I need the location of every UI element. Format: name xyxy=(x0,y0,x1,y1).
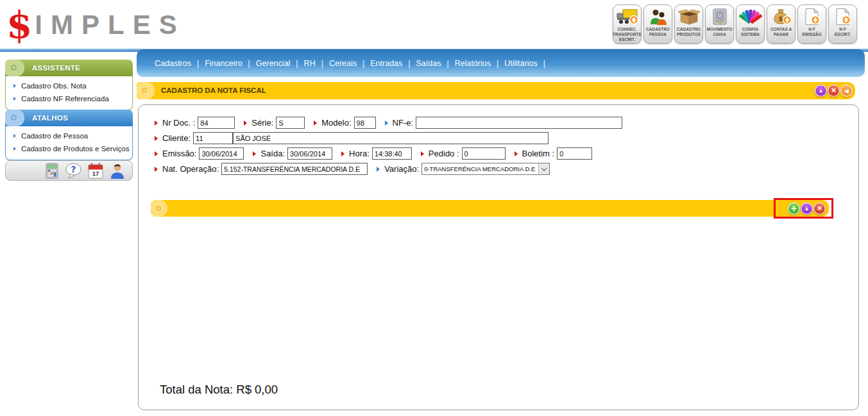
menu-separator: | xyxy=(197,59,199,68)
up-arrow-icon: ▲ xyxy=(804,206,810,212)
nr-doc-label: Nr Doc. : xyxy=(162,118,195,128)
delete-item-button[interactable]: × xyxy=(813,203,826,215)
toolbar-button-nf-emissao[interactable]: N F EMISSÃO xyxy=(797,4,826,44)
emissao-input[interactable] xyxy=(199,147,244,160)
sidebar-item-label: Cadastro de Produtos e Serviços xyxy=(21,145,130,153)
close-button[interactable]: × xyxy=(828,85,840,97)
document-download-icon xyxy=(801,6,823,26)
truck-upload-icon xyxy=(615,6,640,26)
assistente-panel-header: ASSISTENTE xyxy=(5,60,133,76)
form-row-3: Emissão: Saída: Hora: Pedido : Boletim : xyxy=(155,147,592,160)
bullet-arrow-icon xyxy=(13,84,16,88)
toolbar-button-nf-escrit[interactable]: N F ESCRIT. xyxy=(828,4,857,44)
serie-label: Série: xyxy=(251,118,273,128)
cliente-label: Cliente: xyxy=(162,133,191,143)
svg-text:17: 17 xyxy=(92,170,99,177)
required-arrow-icon xyxy=(155,167,158,172)
panel-ring-icon xyxy=(11,115,17,121)
toolbar-button-label: CADASTRO PRODUTOS xyxy=(677,27,701,37)
serie-input[interactable] xyxy=(276,117,305,129)
toolbar-button-contas-a-pagar[interactable]: $ CONTAS A PAGAR xyxy=(767,4,796,44)
toolbar-button-cadastro-pessoa[interactable]: CADASTRO PESSOA xyxy=(643,4,672,44)
form-row-1: Nr Doc. : Série: Modelo: NF-e: xyxy=(155,117,622,129)
total-da-nota: Total da Nota: R$ 0,00 xyxy=(160,383,278,397)
quick-icon-bar: ? 17 xyxy=(5,160,133,181)
collapse-items-button[interactable]: ▲ xyxy=(801,203,813,215)
required-arrow-icon xyxy=(155,136,158,141)
boletim-input[interactable] xyxy=(557,147,592,160)
menu-item-gerencial[interactable]: Gerencial xyxy=(256,59,291,68)
bullet-arrow-icon xyxy=(13,147,16,151)
nfe-input[interactable] xyxy=(416,117,622,129)
cliente-name-input[interactable] xyxy=(233,132,549,144)
required-arrow-icon xyxy=(155,151,158,156)
menu-item-financeiro[interactable]: Financeiro xyxy=(205,59,242,68)
calculator-button[interactable] xyxy=(43,162,60,179)
calendar-button[interactable]: 17 xyxy=(87,162,104,179)
items-section-bar xyxy=(151,200,829,217)
atalhos-panel-header: ATALHOS xyxy=(5,110,133,126)
required-arrow-icon xyxy=(314,121,317,126)
sidebar-item-cadastro-produtos-servicos[interactable]: Cadastro de Produtos e Serviços xyxy=(6,142,132,155)
people-icon xyxy=(647,6,670,26)
pedido-input[interactable] xyxy=(462,147,506,160)
close-icon: × xyxy=(831,85,837,95)
nr-doc-input[interactable] xyxy=(198,117,235,129)
collapse-button[interactable]: ▲ xyxy=(815,85,827,97)
hora-label: Hora: xyxy=(349,149,370,158)
bar-ring-icon xyxy=(142,88,147,93)
form-row-4: Nat. Operação: Variação: 0-TRANSFERÊNCIA… xyxy=(155,163,550,175)
menu-separator: | xyxy=(497,59,498,68)
toolbar-button-movimento-caixa[interactable]: MOVIMENTO CAIXA xyxy=(705,4,734,44)
cliente-code-input[interactable] xyxy=(193,132,233,144)
sidebar-item-cadastro-nf-referenciada[interactable]: Cadastro NF Referenciada xyxy=(6,92,132,105)
section-title: CADASTRO DA NOTA FISCAL xyxy=(161,87,266,94)
help-button[interactable]: ? xyxy=(65,162,82,179)
toolbar-button-conhec-transporte[interactable]: CONHEC. TRANSPORTE ESCRIT. xyxy=(613,4,642,44)
assistente-panel-title: ASSISTENTE xyxy=(32,64,80,72)
toolbar-button-cadastro-produtos[interactable]: CADASTRO PRODUTOS xyxy=(674,4,703,44)
toolbar-button-config-sistema[interactable]: CONFIG SISTEMA xyxy=(736,4,765,44)
menu-item-entradas[interactable]: Entradas xyxy=(370,59,402,68)
left-arrow-icon: ◀ xyxy=(844,88,849,94)
atalhos-panel-title: ATALHOS xyxy=(32,114,68,122)
up-arrow-icon: ▲ xyxy=(819,88,824,94)
menu-item-utilitarios[interactable]: Utilitários xyxy=(504,59,537,68)
menu-item-cereais[interactable]: Cereais xyxy=(329,59,357,68)
hora-input[interactable] xyxy=(372,147,412,160)
svg-text:$: $ xyxy=(778,15,783,22)
bullet-arrow-icon xyxy=(13,97,16,101)
sidebar-item-cadastro-de-pessoa[interactable]: Cadastro de Pessoa xyxy=(6,129,132,142)
add-item-button[interactable]: + xyxy=(788,203,800,215)
plus-icon: + xyxy=(791,203,797,213)
user-icon xyxy=(109,162,126,179)
section-title-bar: CADASTRO DA NOTA FISCAL ▲ × ◀ xyxy=(137,82,855,99)
required-arrow-icon xyxy=(244,121,247,126)
emissao-label: Emissão: xyxy=(162,149,196,158)
app-logo: $ IMPLES xyxy=(6,3,185,47)
menu-separator: | xyxy=(408,59,410,68)
menu-item-relatorios[interactable]: Relatórios xyxy=(455,59,491,68)
toolbar-button-label: MOVIMENTO CAIXA xyxy=(707,27,733,37)
nota-fiscal-form: Nr Doc. : Série: Modelo: NF-e: Cliente: … xyxy=(138,104,859,410)
bullet-arrow-icon xyxy=(13,134,16,138)
variacao-selected-value: 0-TRANSFERÊNCIA MERCADORIA D.E xyxy=(424,165,535,172)
menu-item-rh[interactable]: RH xyxy=(304,59,316,68)
dropdown-button[interactable] xyxy=(538,163,549,174)
user-button[interactable] xyxy=(108,162,126,179)
menu-item-saidas[interactable]: Saídas xyxy=(416,59,441,68)
app-window: $ IMPLES CONHEC. TRANSPORTE ESCRIT. xyxy=(0,0,868,416)
safe-icon xyxy=(709,6,731,26)
sidebar-item-label: Cadastro Obs. Nota xyxy=(21,82,87,90)
menu-item-cadastros[interactable]: Cadastros xyxy=(155,59,191,68)
back-button[interactable]: ◀ xyxy=(840,85,853,97)
saida-input[interactable] xyxy=(287,147,332,160)
variacao-select[interactable]: 0-TRANSFERÊNCIA MERCADORIA D.E xyxy=(421,163,550,175)
modelo-label: Modelo: xyxy=(321,118,351,128)
nfe-label: NF-e: xyxy=(393,118,414,128)
modelo-input[interactable] xyxy=(354,117,376,129)
chevron-down-icon xyxy=(541,165,547,171)
nat-operacao-input[interactable] xyxy=(221,163,368,175)
sidebar-item-cadastro-obs-nota[interactable]: Cadastro Obs. Nota xyxy=(6,79,132,92)
assistente-panel: ASSISTENTE Cadastro Obs. Nota Cadastro N… xyxy=(5,60,133,110)
